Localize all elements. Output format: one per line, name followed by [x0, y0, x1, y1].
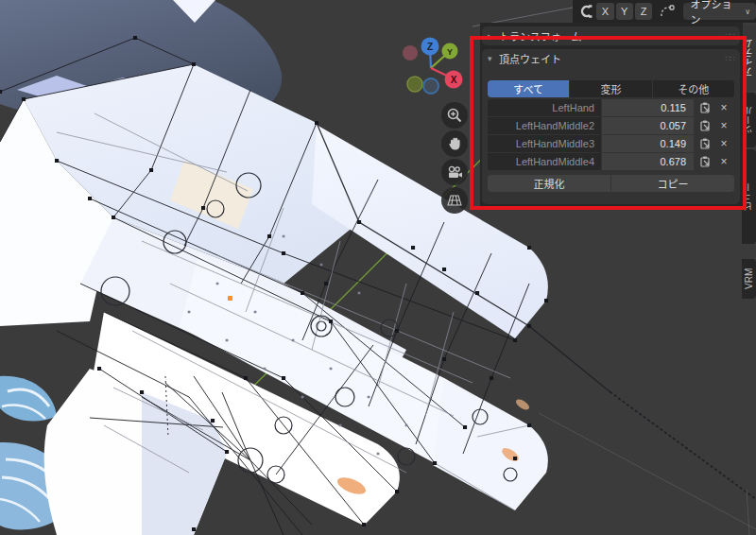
sidebar-tab-item[interactable]: アイテム — [742, 25, 756, 91]
snap-magnet-icon[interactable] — [576, 4, 594, 19]
navigation-gizmo[interactable]: Z Y X — [395, 32, 467, 100]
gizmo-neg-y[interactable] — [407, 77, 422, 92]
clipboard-icon — [699, 138, 711, 149]
delete-weight-button[interactable]: × — [716, 135, 731, 152]
clipboard-icon — [699, 156, 711, 167]
grid-toggle-button[interactable] — [441, 187, 468, 214]
copy-weight-button[interactable] — [695, 135, 715, 152]
collapse-arrow-icon[interactable]: ▸ — [488, 31, 499, 41]
tab-all[interactable]: すべて — [488, 80, 569, 97]
viewport-header: X Y Z オプション ∨ — [573, 0, 756, 23]
delete-weight-button[interactable]: × — [716, 117, 731, 134]
camera-icon — [447, 165, 463, 180]
sidebar-tab-tool[interactable]: ツール — [742, 93, 756, 147]
panel-grip-icon[interactable]: ∷∷ — [726, 31, 734, 41]
panel-transform-title: トランスフォーム — [499, 28, 581, 43]
weight-value-field[interactable]: 0.149 — [602, 135, 694, 152]
gizmo-neg-x[interactable] — [403, 45, 418, 60]
weight-actions: 正規化 コピー — [488, 175, 734, 192]
camera-view-button[interactable] — [441, 159, 468, 185]
delete-weight-button[interactable]: × — [716, 153, 731, 170]
normalize-button[interactable]: 正規化 — [488, 175, 610, 192]
gizmo-y-label: Y — [447, 47, 453, 57]
tab-deform[interactable]: 変形 — [570, 80, 651, 97]
copy-weight-button[interactable] — [695, 153, 715, 170]
proportional-edit-icon[interactable] — [657, 3, 677, 20]
panel-transform[interactable]: ▸ トランスフォーム ∷∷ — [482, 26, 740, 45]
pan-button[interactable] — [441, 130, 468, 157]
group-name: LeftHand — [488, 99, 601, 116]
viewport-controls — [441, 102, 468, 216]
weight-value-field[interactable]: 0.115 — [602, 99, 694, 116]
sidebar-tab-view[interactable]: ビュー — [742, 149, 756, 244]
hand-icon — [448, 136, 462, 151]
chevron-down-icon: ∨ — [745, 8, 750, 16]
sidebar: ▸ トランスフォーム ∷∷ ▾ 頂点ウェイト ∷∷ すべて 変形 その他 Lef — [480, 23, 743, 210]
axis-z-button[interactable]: Z — [635, 3, 652, 20]
weight-row: LeftHandMiddle3 0.149 × — [488, 135, 734, 152]
delete-weight-button[interactable]: × — [716, 99, 731, 116]
sidebar-tab-strip: アイテム ツール ビュー VRM — [742, 25, 756, 301]
grid-icon — [447, 194, 462, 207]
selected-vertex[interactable] — [228, 296, 232, 301]
sidebar-tab-vrm[interactable]: VRM — [742, 259, 756, 299]
magnifier-plus-icon — [447, 108, 462, 123]
options-label: オプション — [691, 0, 741, 26]
blender-window: X Y Z オプション ∨ Z Y X — [0, 0, 756, 535]
weight-value-field[interactable]: 0.678 — [602, 153, 694, 170]
copy-button[interactable]: コピー — [611, 175, 734, 192]
weight-row: LeftHandMiddle4 0.678 × — [488, 153, 734, 170]
copy-weight-button[interactable] — [695, 99, 715, 116]
group-name: LeftHandMiddle3 — [488, 135, 601, 152]
panel-grip-icon[interactable]: ∷∷ — [726, 54, 734, 63]
panel-weights-title: 頂点ウェイト — [499, 51, 561, 66]
copy-weight-button[interactable] — [695, 117, 715, 134]
clipboard-icon — [699, 120, 711, 131]
weight-filter-tabs: すべて 変形 その他 — [488, 80, 734, 97]
gizmo-x-label: X — [451, 75, 457, 85]
weight-row: LeftHandMiddle2 0.057 × — [488, 117, 734, 134]
group-name: LeftHandMiddle2 — [488, 117, 601, 134]
weight-row: LeftHand 0.115 × — [488, 99, 734, 116]
gizmo-z-label: Z — [427, 42, 433, 52]
group-name: LeftHandMiddle4 — [488, 153, 601, 170]
axis-y-button[interactable]: Y — [616, 3, 633, 20]
expand-arrow-icon[interactable]: ▾ — [488, 54, 499, 63]
gizmo-neg-z[interactable] — [423, 78, 438, 94]
weight-list: LeftHand 0.115 × LeftHandMiddle2 — [488, 99, 734, 170]
weight-value-field[interactable]: 0.057 — [602, 117, 694, 134]
zoom-button[interactable] — [441, 102, 468, 129]
options-dropdown[interactable]: オプション ∨ — [683, 3, 756, 20]
axis-x-button[interactable]: X — [596, 3, 613, 20]
tab-other[interactable]: その他 — [653, 80, 734, 97]
clipboard-icon — [699, 102, 711, 113]
panel-vertex-weights: ▾ 頂点ウェイト ∷∷ すべて 変形 その他 LeftHand 0.115 — [482, 49, 740, 204]
